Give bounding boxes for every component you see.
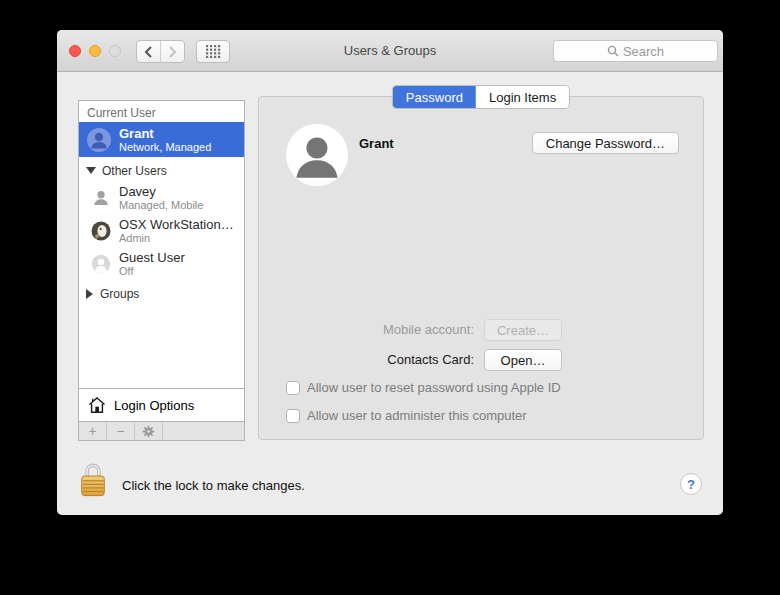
search-field[interactable]: Search bbox=[553, 40, 718, 62]
tab-login-items[interactable]: Login Items bbox=[476, 86, 569, 108]
mobile-account-label: Mobile account: bbox=[383, 322, 474, 337]
groups-disclosure[interactable]: Groups bbox=[79, 283, 244, 304]
tab-password[interactable]: Password bbox=[393, 86, 476, 108]
current-user-subtitle: Network, Managed bbox=[119, 141, 211, 153]
change-password-button[interactable]: Change Password… bbox=[532, 132, 679, 154]
create-mobile-account-button: Create… bbox=[484, 319, 562, 341]
lock-message: Click the lock to make changes. bbox=[122, 478, 305, 493]
search-placeholder: Search bbox=[623, 44, 664, 59]
user-row-grant[interactable]: Grant Network, Managed bbox=[79, 122, 244, 157]
user-row-guest[interactable]: Guest User Off bbox=[79, 247, 244, 280]
disclosure-open-icon bbox=[86, 167, 96, 174]
question-mark-icon: ? bbox=[687, 477, 695, 492]
apple-id-reset-row: Allow user to reset password using Apple… bbox=[286, 380, 561, 395]
user-avatar-large[interactable] bbox=[286, 124, 348, 186]
password-pane: Grant Change Password… Mobile account: C… bbox=[258, 96, 704, 440]
current-user-name: Grant bbox=[119, 127, 211, 141]
apple-id-reset-checkbox[interactable] bbox=[286, 381, 300, 395]
administer-computer-checkbox[interactable] bbox=[286, 409, 300, 423]
gear-icon bbox=[142, 425, 155, 438]
other-users-disclosure[interactable]: Other Users bbox=[79, 160, 244, 181]
sidebar-toolbar: + − bbox=[79, 421, 244, 440]
mobile-account-row: Mobile account: Create… bbox=[259, 319, 703, 341]
login-options-label: Login Options bbox=[114, 398, 194, 413]
administer-computer-row: Allow user to administer this computer bbox=[286, 408, 527, 423]
lock-icon bbox=[77, 460, 109, 498]
lock-button[interactable] bbox=[77, 460, 109, 502]
login-options-row[interactable]: Login Options bbox=[79, 388, 244, 421]
search-icon bbox=[607, 45, 619, 57]
help-button[interactable]: ? bbox=[680, 473, 702, 495]
remove-user-button[interactable]: − bbox=[107, 422, 135, 440]
guest-avatar-icon bbox=[91, 254, 111, 274]
disclosure-closed-icon bbox=[86, 289, 93, 299]
contacts-card-row: Contacts Card: Open… bbox=[259, 349, 703, 371]
titlebar: Users & Groups Search bbox=[57, 30, 723, 72]
add-user-button[interactable]: + bbox=[79, 422, 107, 440]
selected-user-name: Grant bbox=[359, 136, 394, 151]
action-gear-button[interactable] bbox=[135, 422, 163, 440]
sidebar-spacer bbox=[79, 304, 244, 388]
person-silhouette-icon bbox=[91, 188, 111, 208]
tab-bar: Password Login Items bbox=[393, 86, 569, 108]
contacts-card-label: Contacts Card: bbox=[387, 352, 474, 367]
user-avatar-icon bbox=[87, 128, 111, 152]
current-user-header: Current User bbox=[79, 101, 244, 122]
user-list-sidebar: Current User Grant Network, Managed Othe… bbox=[78, 100, 245, 441]
open-contacts-card-button[interactable]: Open… bbox=[484, 349, 562, 371]
user-row-davey[interactable]: Davey Managed, Mobile bbox=[79, 181, 244, 214]
users-groups-window: Users & Groups Search Current User Grant… bbox=[57, 30, 723, 515]
user-photo-icon bbox=[91, 221, 111, 241]
home-icon bbox=[87, 395, 107, 415]
user-row-osx-workstation[interactable]: OSX WorkStation… Admin bbox=[79, 214, 244, 247]
